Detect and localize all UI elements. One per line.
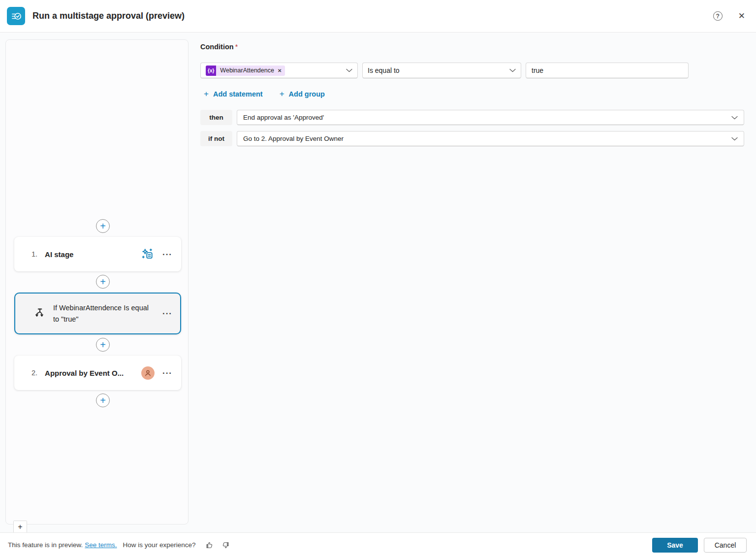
more-actions-icon[interactable]: ···: [162, 369, 172, 377]
ai-sparkle-icon: [141, 247, 155, 261]
zoom-in-button[interactable]: +: [14, 521, 27, 533]
chevron-down-icon: [346, 68, 352, 72]
branch-condition-icon: [33, 307, 46, 320]
add-stage-button-bottom[interactable]: +: [96, 393, 110, 407]
token-remove-icon[interactable]: ✕: [278, 68, 285, 73]
then-action-dropdown[interactable]: End approval as 'Approved': [237, 110, 744, 125]
if-not-action-dropdown[interactable]: Go to 2. Approval by Event Owner: [237, 131, 744, 146]
multistage-approval-app-icon: [7, 7, 25, 25]
required-asterisk: *: [235, 43, 238, 51]
plus-icon: +: [100, 340, 106, 350]
plus-icon: +: [204, 89, 209, 99]
help-icon[interactable]: ?: [713, 11, 723, 21]
then-action-value: End approval as 'Approved': [243, 114, 324, 121]
if-not-action-value: Go to 2. Approval by Event Owner: [243, 135, 344, 142]
condition-field-dropdown[interactable]: {x} WebinarAttendence ✕: [200, 63, 358, 78]
chevron-down-icon: [731, 137, 738, 141]
condition-label: Condition: [200, 43, 234, 51]
condition-operator-dropdown[interactable]: Is equal to: [362, 63, 521, 78]
dynamic-content-token[interactable]: {x} WebinarAttendence ✕: [206, 66, 285, 76]
stage-number: 1.: [32, 250, 37, 258]
add-stage-button-top[interactable]: +: [96, 219, 110, 233]
stage-card-approval-by-event-owner[interactable]: 2. Approval by Event O... ···: [14, 356, 181, 390]
experience-question: How is your experience?: [123, 541, 196, 549]
operator-value: Is equal to: [368, 66, 400, 74]
condition-panel: Condition* {x} WebinarAttendence ✕ Is eq…: [200, 42, 744, 146]
chevron-down-icon: [731, 116, 738, 120]
then-label: then: [200, 110, 232, 125]
plus-icon: +: [100, 277, 106, 287]
close-icon[interactable]: ✕: [738, 12, 745, 20]
stage-number: 2.: [32, 369, 37, 377]
condition-summary-text: If WebinarAttendence Is equal to "true": [53, 302, 149, 325]
page-title: Run a multistage approval (preview): [32, 11, 185, 21]
stage-label: Approval by Event O...: [45, 369, 124, 377]
see-terms-link[interactable]: See terms.: [85, 541, 117, 549]
add-stage-button-after-1[interactable]: +: [96, 275, 110, 289]
add-stage-button-after-condition[interactable]: +: [96, 338, 110, 352]
stage-card-condition-selected[interactable]: If WebinarAttendence Is equal to "true" …: [14, 293, 181, 334]
token-label: WebinarAttendence: [216, 67, 278, 74]
stage-card-ai-stage[interactable]: 1. AI stage ···: [14, 237, 181, 271]
plus-icon: +: [100, 395, 106, 405]
flow-canvas[interactable]: + 1. AI stage ··· +: [5, 39, 189, 524]
preview-notice: This feature is in preview.: [8, 541, 83, 549]
save-button[interactable]: Save: [652, 538, 698, 553]
more-actions-icon[interactable]: ···: [162, 250, 172, 259]
condition-value-input[interactable]: [526, 63, 689, 78]
thumbs-up-icon[interactable]: [205, 541, 214, 550]
person-avatar: [141, 366, 155, 380]
stage-label: AI stage: [45, 250, 73, 259]
plus-icon: +: [280, 89, 284, 99]
add-group-button[interactable]: + Add group: [280, 89, 325, 99]
thumbs-down-icon[interactable]: [221, 541, 230, 550]
dialog-footer: This feature is in preview. See terms. H…: [0, 532, 756, 557]
add-statement-button[interactable]: + Add statement: [204, 89, 263, 99]
if-not-label: if not: [200, 131, 232, 146]
plus-icon: +: [100, 221, 106, 231]
chevron-down-icon: [509, 68, 516, 72]
expression-icon: {x}: [206, 66, 216, 76]
cancel-button[interactable]: Cancel: [704, 538, 747, 553]
more-actions-icon[interactable]: ···: [162, 309, 172, 318]
dialog-header: Run a multistage approval (preview) ? ✕: [0, 0, 756, 33]
